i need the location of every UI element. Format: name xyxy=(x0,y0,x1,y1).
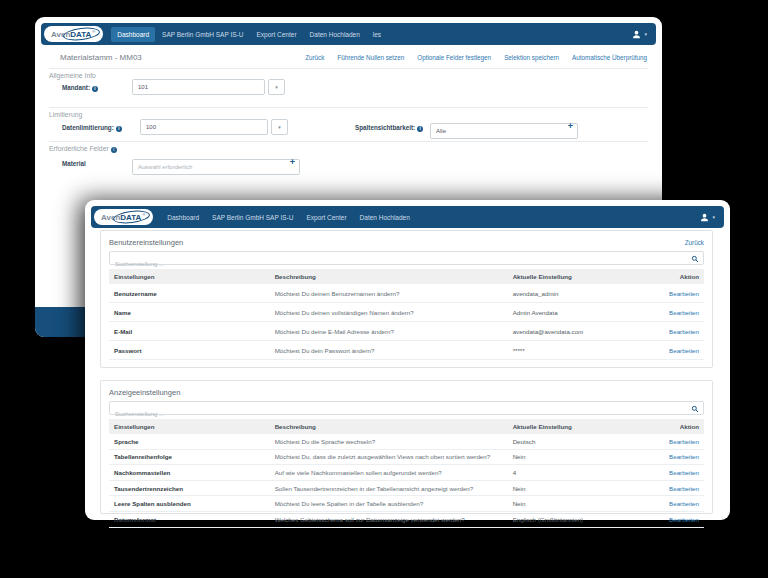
display-settings-panel: Anzeigeeinstellungen Einstellungen Besch… xyxy=(100,380,713,514)
toolbar-links: Zurück Führende Nullen setzen Optionale … xyxy=(305,54,647,61)
settings-row: Passwort Möchtest Du dein Passwort änder… xyxy=(109,341,704,360)
logo-text-aven: Aven xyxy=(101,213,120,222)
optionale-felder-link[interactable]: Optionale Felder festlegen xyxy=(417,54,491,61)
setting-description: Möchtest Du die Sprache wechseln? xyxy=(270,434,508,449)
mandant-label-text: Mandant: xyxy=(62,84,90,91)
setting-description: Sollen Tausendertrennzeichen in der Tabe… xyxy=(270,480,508,496)
bearbeiten-link[interactable]: Bearbeiten xyxy=(669,500,699,507)
bearbeiten-link[interactable]: Bearbeiten xyxy=(669,347,699,354)
material-label: Material xyxy=(62,160,86,167)
zurueck-link[interactable]: Zurück xyxy=(305,54,324,61)
section-limitierung: Limitierung xyxy=(49,111,82,118)
plus-icon[interactable]: + xyxy=(290,158,295,167)
setting-current-value: Nein xyxy=(508,496,645,512)
top-navbar: AvenDATA® Dashboard SAP Berlin GmbH SAP … xyxy=(91,206,724,228)
search-input[interactable] xyxy=(110,258,703,270)
setting-description: Möchtest Du, dass die zuletzt ausgewählt… xyxy=(270,449,508,465)
setting-current-value: Nein xyxy=(508,480,645,496)
setting-name: Benutzername xyxy=(109,284,270,303)
setting-name: Name xyxy=(109,303,270,322)
search-icon[interactable] xyxy=(691,405,699,413)
settings-row: Leere Spalten ausblenden Möchtest Du lee… xyxy=(109,496,704,512)
user-menu[interactable]: ▾ xyxy=(632,30,647,39)
setting-name: Nachkommastellen xyxy=(109,465,270,481)
user-menu[interactable]: ▾ xyxy=(700,213,715,222)
info-icon: i xyxy=(116,126,122,132)
top-navbar: AvenDATA® Dashboard SAP Berlin GmbH SAP … xyxy=(41,23,656,45)
panel-title-anzeigeeinstellungen: Anzeigeeinstellungen xyxy=(109,388,180,397)
bearbeiten-link[interactable]: Bearbeiten xyxy=(669,438,699,445)
chevron-down-icon: ▾ xyxy=(644,31,647,37)
setting-description: Welches Gebietsschema soll zur Datumsanz… xyxy=(270,511,508,527)
material-field: + xyxy=(132,155,300,171)
datenlimitierung-label-text: Datenlimitierung: xyxy=(62,124,114,131)
erforderliche-felder-text: Erforderliche Felder xyxy=(49,145,109,152)
nav-item-export-center[interactable]: Export Center xyxy=(300,210,352,225)
section-allgemeine-info: Allgemeine Info xyxy=(49,72,96,79)
info-icon: i xyxy=(92,86,98,92)
settings-row: Sprache Möchtest Du die Sprache wechseln… xyxy=(109,434,704,449)
datenlimitierung-dropdown-button[interactable]: ▾ xyxy=(271,119,288,135)
nav-item-les[interactable]: les xyxy=(367,27,387,42)
settings-row: Datumsformat Welches Gebietsschema soll … xyxy=(109,511,704,527)
mandant-input[interactable] xyxy=(132,79,265,95)
column-einstellungen: Einstellungen xyxy=(109,419,270,434)
setting-description: Möchtest Du deine E-Mail Adresse ändern? xyxy=(270,322,508,341)
setting-description: Möchtest Du dein Passwort ändern? xyxy=(270,341,508,360)
zurueck-link[interactable]: Zurück xyxy=(685,239,704,246)
nav-item-daten-hochladen[interactable]: Daten Hochladen xyxy=(354,210,416,225)
setting-description: Auf wie viele Nachkommastellen sollen au… xyxy=(270,465,508,481)
nav-item-daten-hochladen[interactable]: Daten Hochladen xyxy=(304,27,366,42)
nav-item-dashboard[interactable]: Dashboard xyxy=(161,210,205,225)
section-erforderliche-felder: Erforderliche Felderi xyxy=(49,145,117,153)
setting-name: Tausendertrennzeichen xyxy=(109,480,270,496)
bearbeiten-link[interactable]: Bearbeiten xyxy=(669,309,699,316)
nav-item-dashboard[interactable]: Dashboard xyxy=(111,27,155,42)
nav-item-sap-system[interactable]: SAP Berlin GmbH SAP IS-U xyxy=(206,210,299,225)
bearbeiten-link[interactable]: Bearbeiten xyxy=(669,328,699,335)
column-aktuelle-einstellung: Aktuelle Einstellung xyxy=(508,269,645,284)
info-icon: i xyxy=(417,126,423,132)
bearbeiten-link[interactable]: Bearbeiten xyxy=(669,516,699,523)
selektion-speichern-link[interactable]: Selektion speichern xyxy=(504,54,559,61)
bearbeiten-link[interactable]: Bearbeiten xyxy=(669,469,699,476)
display-settings-rows: Sprache Möchtest Du die Sprache wechseln… xyxy=(109,434,704,527)
mandant-dropdown-button[interactable]: ▾ xyxy=(268,79,285,95)
logo-registered-mark: ® xyxy=(92,29,95,34)
material-input[interactable] xyxy=(132,159,300,175)
column-beschreibung: Beschreibung xyxy=(270,419,508,434)
user-settings-rows: Benutzername Möchtest Du deinen Benutzer… xyxy=(109,284,704,360)
automatische-ueberpruefung-link[interactable]: Automatische Überprüfung xyxy=(572,54,647,61)
table-header-row: Einstellungen Beschreibung Aktuelle Eins… xyxy=(109,269,704,284)
mandant-label: Mandant:i xyxy=(62,84,98,92)
setting-current-value: ***** xyxy=(508,341,645,360)
avendata-logo[interactable]: AvenDATA® xyxy=(44,26,103,42)
divider xyxy=(49,68,648,69)
setting-name: Passwort xyxy=(109,341,270,360)
caret-down-icon: ▾ xyxy=(275,84,278,90)
setting-name: E-Mail xyxy=(109,322,270,341)
search-icon[interactable] xyxy=(691,255,699,263)
bearbeiten-link[interactable]: Bearbeiten xyxy=(669,453,699,460)
nav-item-export-center[interactable]: Export Center xyxy=(250,27,302,42)
search-input[interactable] xyxy=(110,408,703,420)
setting-current-value: Admin Avendata xyxy=(508,303,645,322)
divider xyxy=(49,107,648,108)
datenlimitierung-input[interactable] xyxy=(140,119,268,135)
bearbeiten-link[interactable]: Bearbeiten xyxy=(669,290,699,297)
avendata-logo[interactable]: AvenDATA® xyxy=(94,209,153,225)
spaltensichtbarkeit-field: + xyxy=(430,119,578,135)
plus-icon[interactable]: + xyxy=(568,122,573,131)
bearbeiten-link[interactable]: Bearbeiten xyxy=(669,485,699,492)
nav-item-sap-system[interactable]: SAP Berlin GmbH SAP IS-U xyxy=(156,27,249,42)
logo-text-data: DATA xyxy=(70,30,91,39)
chevron-down-icon: ▾ xyxy=(712,214,715,220)
setting-current-value: 4 xyxy=(508,465,645,481)
search-box xyxy=(109,401,704,415)
fuehrende-nullen-link[interactable]: Führende Nullen setzen xyxy=(337,54,404,61)
setting-current-value: Deutsch xyxy=(508,434,645,449)
column-aktuelle-einstellung: Aktuelle Einstellung xyxy=(508,419,645,434)
spaltensichtbarkeit-input[interactable] xyxy=(430,123,578,139)
setting-description: Möchtest Du leere Spalten in der Tabelle… xyxy=(270,496,508,512)
setting-name: Leere Spalten ausblenden xyxy=(109,496,270,512)
